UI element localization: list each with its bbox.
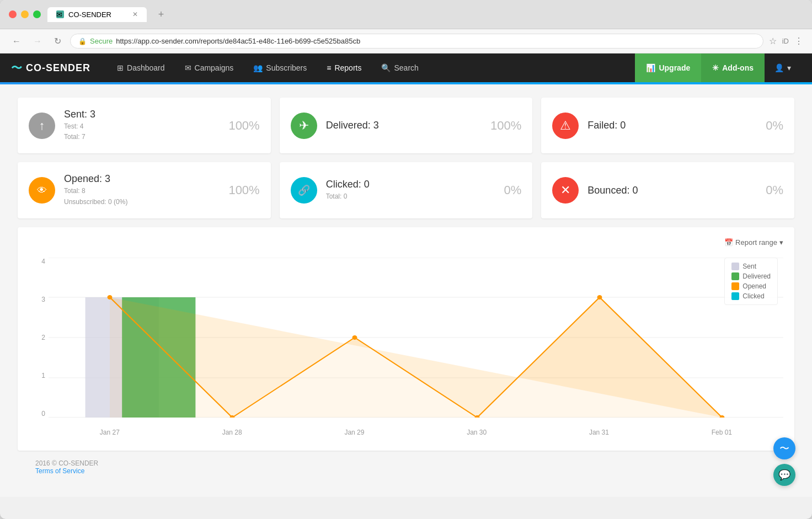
account-button[interactable]: 👤 ▾ [765, 53, 801, 82]
forward-button[interactable]: → [30, 34, 45, 49]
logo[interactable]: 〜 CO-SENDER [11, 61, 90, 76]
x-axis: Jan 27 Jan 28 Jan 29 Jan 30 Jan 31 Feb 0… [49, 420, 783, 440]
main-content: ↑ Sent: 3 Test: 4 Total: 7 100% ✈ Delive… [0, 84, 812, 497]
traffic-lights [9, 10, 41, 18]
legend-item-opened: Opened [731, 282, 771, 290]
addons-label: Add-ons [722, 63, 754, 72]
nav-item-search[interactable]: 🔍 Search [371, 53, 428, 82]
campaigns-icon: ✉ [185, 63, 191, 72]
tab-favicon: ✉ [56, 10, 64, 18]
upgrade-button[interactable]: 📊 Upgrade [635, 53, 701, 82]
nav-actions: 📊 Upgrade ✳ Add-ons 👤 ▾ [635, 53, 801, 82]
upgrade-label: Upgrade [659, 63, 690, 72]
x-label-feb01: Feb 01 [712, 429, 732, 436]
failed-title: Failed: 0 [587, 120, 757, 131]
y-label-3: 3 [41, 296, 45, 303]
x-label-jan28: Jan 28 [222, 429, 242, 436]
secure-label: Secure [90, 37, 113, 45]
url-bar[interactable]: 🔒 Secure https://app.co-sender.com/repor… [70, 34, 763, 49]
legend-item-delivered: Delivered [731, 272, 771, 280]
stats-row-2: 👁 Opened: 3 Total: 8 Unsubscribed: 0 (0%… [18, 162, 794, 218]
logo-icon: 〜 [11, 61, 23, 76]
tab-title: CO-SENDER [68, 10, 111, 19]
clicked-percent: 0% [504, 183, 522, 197]
chart-legend: Sent Delivered Opened Clicked [724, 258, 778, 305]
account-chevron: ▾ [787, 63, 791, 72]
opened-sub: Total: 8 Unsubscribed: 0 (0%) [64, 186, 220, 207]
tab-close-icon[interactable]: ✕ [132, 10, 138, 18]
sent-test: Test: 4 [64, 122, 83, 130]
legend-color-opened [731, 282, 739, 290]
copyright: 2016 © CO-SENDER [35, 459, 777, 467]
opened-icon: 👁 [29, 177, 55, 204]
sent-total: Total: 7 [64, 133, 86, 141]
support-bubble-1[interactable]: 〜 [773, 437, 795, 459]
legend-label-clicked: Clicked [742, 292, 764, 300]
stat-card-clicked: 🔗 Clicked: 0 Total: 0 0% [280, 162, 533, 218]
bounced-percent: 0% [766, 183, 783, 197]
terms-link[interactable]: Terms of Service [35, 467, 84, 475]
y-axis: 0 1 2 3 4 [29, 258, 49, 418]
delivered-info: Delivered: 3 [326, 120, 482, 131]
report-range-button[interactable]: 📅 Report range ▾ [724, 238, 783, 247]
footer: 2016 © CO-SENDER Terms of Service [18, 451, 794, 484]
legend-label-delivered: Delivered [742, 272, 771, 280]
search-icon: 🔍 [381, 63, 391, 72]
stat-card-failed: ⚠ Failed: 0 0% [541, 98, 794, 153]
refresh-button[interactable]: ↻ [51, 34, 65, 49]
fullscreen-button[interactable] [33, 10, 41, 18]
x-label-jan31: Jan 31 [589, 429, 609, 436]
bookmark-icon[interactable]: ☆ [769, 36, 777, 46]
delivered-title: Delivered: 3 [326, 120, 482, 131]
y-label-2: 2 [41, 334, 45, 341]
nav-label-search: Search [394, 63, 418, 72]
browser-titlebar: ✉ CO-SENDER ✕ + [0, 0, 812, 29]
stat-card-delivered: ✈ Delivered: 3 100% [280, 98, 533, 153]
chart-header: 📅 Report range ▾ [29, 238, 783, 247]
close-button[interactable] [9, 10, 17, 18]
legend-color-clicked [731, 292, 739, 300]
subscribers-icon: 👥 [253, 63, 263, 72]
legend-color-sent [731, 263, 739, 270]
nav-item-reports[interactable]: ≡ Reports [317, 53, 371, 82]
nav-item-subscribers[interactable]: 👥 Subscribers [243, 53, 317, 82]
failed-icon: ⚠ [552, 113, 579, 139]
logo-text: CO-SENDER [26, 62, 90, 74]
clicked-info: Clicked: 0 Total: 0 [326, 179, 495, 202]
id-label: iD [782, 37, 789, 45]
legend-label-opened: Opened [742, 282, 766, 290]
report-range-label: Report range [735, 238, 777, 247]
failed-info: Failed: 0 [587, 120, 757, 131]
browser-tab[interactable]: ✉ CO-SENDER ✕ [47, 7, 147, 22]
nav-item-dashboard[interactable]: ⊞ Dashboard [107, 53, 175, 82]
new-tab-button[interactable]: + [153, 7, 169, 22]
nav-label-dashboard: Dashboard [127, 63, 165, 72]
x-label-jan27: Jan 27 [100, 429, 120, 436]
support-bubble-2[interactable]: 💬 [773, 464, 795, 486]
y-label-4: 4 [41, 258, 45, 265]
nav-label-reports: Reports [334, 63, 361, 72]
dashboard-icon: ⊞ [117, 63, 124, 72]
back-button[interactable]: ← [9, 34, 24, 49]
sent-percent: 100% [228, 119, 259, 133]
addons-button[interactable]: ✳ Add-ons [701, 53, 765, 82]
secure-icon: 🔒 [78, 38, 87, 45]
chart-section: 📅 Report range ▾ 0 1 2 3 4 [18, 227, 794, 451]
opened-title: Opened: 3 [64, 173, 220, 185]
opened-total: Total: 8 [64, 187, 86, 195]
clicked-icon: 🔗 [291, 177, 317, 204]
upgrade-icon: 📊 [646, 63, 655, 72]
minimize-button[interactable] [21, 10, 29, 18]
nav-item-campaigns[interactable]: ✉ Campaigns [175, 53, 244, 82]
stats-row-1: ↑ Sent: 3 Test: 4 Total: 7 100% ✈ Delive… [18, 98, 794, 153]
bounced-title: Bounced: 0 [587, 185, 757, 196]
bounced-icon: ✕ [552, 177, 579, 204]
failed-percent: 0% [766, 119, 783, 133]
delivered-icon: ✈ [291, 113, 317, 139]
sent-sub: Test: 4 Total: 7 [64, 121, 220, 142]
stat-card-opened: 👁 Opened: 3 Total: 8 Unsubscribed: 0 (0%… [18, 162, 271, 218]
menu-icon[interactable]: ⋮ [794, 36, 803, 46]
sent-info: Sent: 3 Test: 4 Total: 7 [64, 109, 220, 142]
chart-wrapper: 0 1 2 3 4 [29, 252, 783, 440]
addons-icon: ✳ [712, 63, 719, 72]
